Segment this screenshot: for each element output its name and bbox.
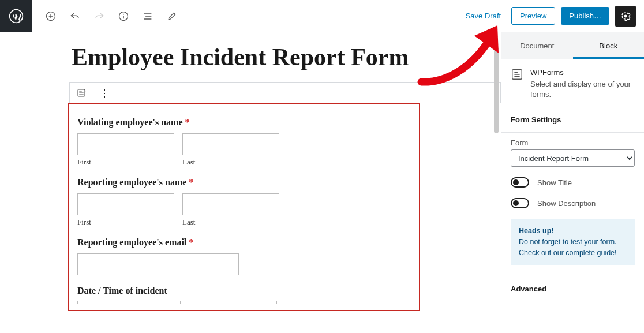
reporting-email-field: Reporting employee's email * — [77, 237, 411, 275]
show-description-toggle[interactable] — [511, 198, 529, 208]
field-label: Reporting employee's email * — [77, 237, 411, 248]
toolbar-left — [44, 9, 179, 23]
field-label: Reporting employee's name * — [77, 177, 411, 188]
block-type-button[interactable] — [70, 83, 93, 103]
edit-button[interactable] — [165, 9, 179, 23]
editor-topbar: Save Draft Preview Publish… — [0, 0, 644, 32]
settings-sidebar: Document Block WPForms Select and displa… — [501, 32, 644, 333]
svg-point-3 — [123, 13, 124, 14]
wordpress-icon — [9, 9, 24, 24]
notice-title: Heads up! — [519, 226, 627, 237]
wordpress-logo[interactable] — [0, 0, 32, 32]
scrollbar-thumb[interactable] — [494, 47, 499, 133]
toolbar-right: Save Draft Preview Publish… — [461, 6, 636, 27]
block-info-title: WPForms — [530, 68, 635, 77]
sub-label-first: First — [77, 218, 174, 227]
field-label: Violating employee's name * — [77, 117, 411, 128]
field-label: Date / Time of incident — [77, 286, 411, 296]
reporting-last-input[interactable] — [182, 193, 279, 215]
editor-area: Employee Incident Report Form ⋯ Violatin… — [0, 32, 501, 333]
settings-button[interactable] — [615, 6, 636, 27]
required-asterisk: * — [185, 117, 190, 127]
violating-first-input[interactable] — [77, 133, 174, 155]
tab-block[interactable]: Block — [573, 32, 645, 59]
advanced-heading[interactable]: Advanced — [501, 276, 644, 301]
redo-button[interactable] — [92, 9, 106, 23]
add-block-button[interactable] — [44, 9, 58, 23]
form-select-label: Form — [511, 139, 635, 147]
publish-button[interactable]: Publish… — [561, 7, 609, 25]
show-desc-label: Show Description — [537, 199, 596, 208]
show-title-toggle[interactable] — [511, 177, 529, 188]
heads-up-notice: Heads up! Do not forget to test your for… — [511, 219, 635, 265]
block-more-button[interactable]: ⋯ — [93, 83, 116, 103]
show-desc-row: Show Description — [511, 198, 635, 208]
form-select[interactable]: Incident Report Form — [511, 149, 635, 167]
block-toolbar: ⋯ — [69, 82, 501, 103]
page-title[interactable]: Employee Incident Report Form — [72, 43, 447, 72]
save-draft-button[interactable]: Save Draft — [461, 8, 506, 24]
show-title-row: Show Title — [511, 177, 635, 188]
preview-button[interactable]: Preview — [511, 7, 555, 25]
datetime-field: Date / Time of incident — [77, 286, 411, 304]
sidebar-tabs: Document Block — [501, 32, 644, 59]
date-input[interactable] — [77, 301, 174, 304]
form-icon — [76, 88, 87, 98]
show-title-label: Show Title — [537, 178, 572, 187]
gear-icon — [620, 10, 631, 22]
reporting-email-input[interactable] — [77, 253, 239, 275]
violating-last-input[interactable] — [182, 133, 279, 155]
sub-label-last: Last — [182, 158, 279, 167]
notice-body: Do not forget to test your form. — [519, 237, 627, 248]
time-input[interactable] — [180, 301, 277, 304]
undo-button[interactable] — [68, 9, 82, 23]
form-block[interactable]: Violating employee's name * First Last R… — [68, 103, 420, 311]
sub-label-last: Last — [182, 218, 279, 227]
reporting-name-field: Reporting employee's name * First Last — [77, 177, 411, 227]
info-button[interactable] — [117, 9, 130, 23]
form-settings-body: Form Incident Report Form Show Title Sho… — [501, 133, 644, 276]
sub-label-first: First — [77, 158, 174, 167]
block-info-desc: Select and display one of your forms. — [530, 79, 635, 100]
form-settings-heading[interactable]: Form Settings — [501, 107, 644, 133]
notice-guide-link[interactable]: Check out our complete guide! — [519, 249, 617, 257]
wpforms-icon — [511, 68, 523, 81]
tab-document[interactable]: Document — [501, 32, 573, 59]
required-asterisk: * — [189, 237, 193, 247]
reporting-first-input[interactable] — [77, 193, 174, 215]
violating-name-field: Violating employee's name * First Last — [77, 117, 411, 167]
outline-button[interactable] — [141, 9, 155, 23]
required-asterisk: * — [189, 177, 193, 187]
block-info-panel: WPForms Select and display one of your f… — [501, 59, 644, 107]
